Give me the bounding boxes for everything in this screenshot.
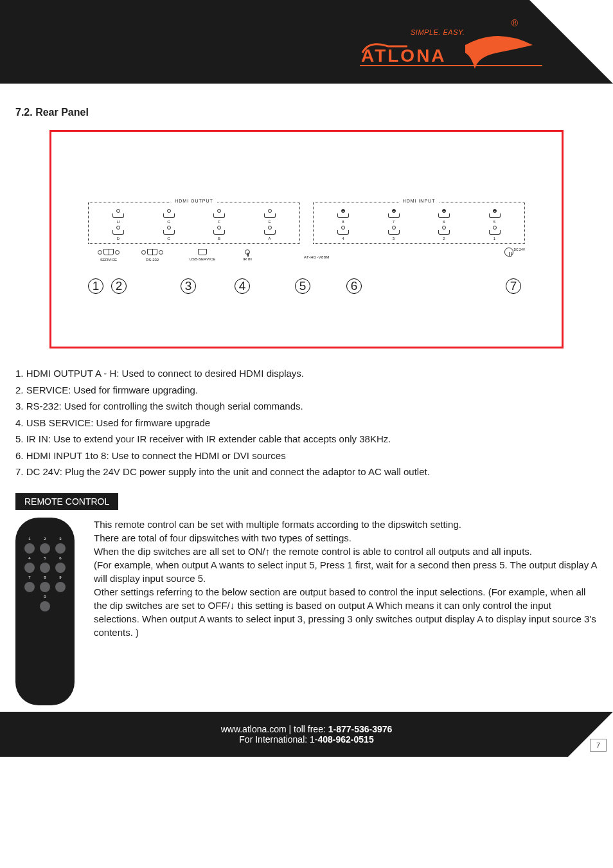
- page-number: 7: [590, 739, 607, 752]
- header-corner-decoration: [529, 0, 613, 84]
- rear-panel-diagram: HDMI OUTPUT H G F E D C B A HDMI INPUT 8…: [49, 130, 564, 348]
- page-header: SIMPLE. EASY. ATLONA ®: [0, 0, 613, 84]
- page-footer: www.atlona.com | toll free: 1-877-536-39…: [0, 712, 613, 757]
- remote-control-diagram: 123 456 789 0: [15, 518, 75, 705]
- registered-mark: ®: [511, 18, 518, 28]
- hdmi-input-section: HDMI INPUT 8 7 6 5 4 3 2 1: [313, 203, 525, 244]
- page-content: 7.2. Rear Panel HDMI OUTPUT H G F E D C …: [0, 84, 613, 712]
- remote-control-heading: REMOTE CONTROL: [15, 493, 118, 510]
- svg-text:ATLONA: ATLONA: [361, 46, 447, 66]
- hdmi-output-section: HDMI OUTPUT H G F E D C B A: [88, 203, 300, 244]
- callout-numbers: 1 2 3 4 5 6 7: [88, 278, 525, 294]
- description-list: 1. HDMI OUTPUT A - H: Used to connect to…: [15, 364, 598, 493]
- remote-control-description: This remote control can be set with mult…: [94, 518, 598, 639]
- brand-tagline: SIMPLE. EASY.: [411, 28, 465, 36]
- section-title: 7.2. Rear Panel: [15, 107, 598, 118]
